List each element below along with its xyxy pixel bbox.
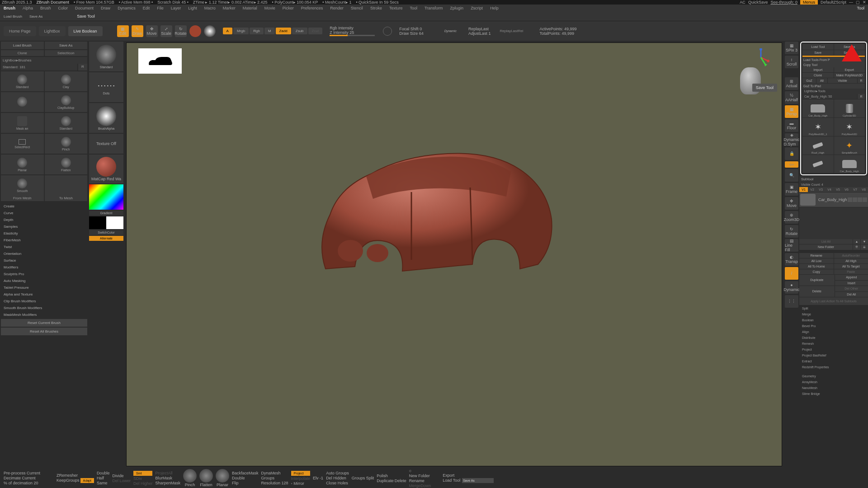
bw-swatches[interactable] — [89, 216, 123, 229]
subtool-paste[interactable]: Paste — [834, 269, 868, 274]
top-icon[interactable]: ⇈ — [853, 244, 860, 250]
dynamesh-button[interactable]: DynaMesh — [261, 471, 288, 475]
menu-macro[interactable]: Macro — [201, 6, 219, 10]
maximize-icon[interactable]: ▢ — [856, 0, 860, 5]
tab-liveboolean[interactable]: Live Boolean — [68, 26, 103, 36]
polish-button[interactable]: Polish — [377, 474, 406, 478]
brush-claybuildup[interactable]: ClayBuildup — [45, 92, 88, 112]
texture-off[interactable]: Texture Off — [89, 134, 123, 154]
brush-planar[interactable]: Planar — [1, 155, 44, 174]
li-tablet[interactable]: Tablet Pressure — [1, 284, 87, 291]
focal-shift-label[interactable]: Focal Shift 0 — [399, 27, 424, 31]
geom-arraymesh[interactable]: ArrayMesh — [799, 379, 868, 385]
decimation-pct[interactable]: % of decimation 20 — [4, 481, 40, 485]
flatten-brush-icon[interactable] — [199, 469, 213, 483]
tool-7[interactable] — [802, 155, 834, 173]
move-tool[interactable]: ✥Move — [785, 197, 798, 210]
brush-pinch[interactable]: Pinch — [45, 134, 88, 154]
solo-button[interactable]: ⋮⋮ — [785, 295, 798, 308]
li-elasticity[interactable]: Elasticity — [1, 230, 87, 237]
qxz-button[interactable]: Qxz — [785, 161, 798, 168]
viewport[interactable]: Save Tool — [126, 42, 782, 466]
menu-render[interactable]: Render — [326, 6, 347, 10]
project-button[interactable]: Project — [291, 471, 311, 476]
copy-tool-button[interactable]: Copy Tool — [802, 62, 865, 67]
export-button[interactable]: Export — [834, 67, 865, 72]
actual-button[interactable]: ⊞Actual — [785, 77, 798, 90]
op-remesh[interactable]: Remesh — [799, 341, 868, 347]
li-smoothbrush[interactable]: Smooth Brush Modifiers — [1, 305, 87, 311]
floor-button[interactable]: ▬Floor — [785, 119, 798, 132]
rotate-button[interactable]: ↻Rotate — [175, 25, 187, 37]
li-maskmesh[interactable]: MaskMesh Modifiers — [1, 311, 87, 318]
op-split[interactable]: Split — [799, 305, 868, 311]
li-alphatex[interactable]: Alpha and Texture — [1, 291, 87, 298]
to-mesh-button[interactable]: To Mesh — [45, 195, 88, 201]
intensity-slider[interactable] — [330, 35, 375, 36]
bb-newfolder[interactable]: New Folder — [409, 474, 431, 478]
dellower-button[interactable]: Del Lower — [112, 479, 131, 483]
transp-button[interactable]: ◐Transp — [785, 253, 798, 266]
op-basrelief[interactable]: Project BasRelief — [799, 352, 868, 358]
op-merge[interactable]: Merge — [799, 311, 868, 317]
li-orientation[interactable]: Orientation — [1, 250, 87, 257]
li-automask[interactable]: Auto Masking — [1, 277, 87, 284]
interpolate-button[interactable]: Interpolate — [291, 476, 311, 481]
draw-button[interactable]: ✎Draw — [132, 25, 143, 37]
brush-selectrect[interactable]: SelectRect — [1, 134, 44, 154]
draw-size-label[interactable]: Draw Size 64 — [399, 31, 424, 36]
all-target-button[interactable]: All To Target — [834, 264, 868, 269]
zoom-button[interactable]: 🔍 — [785, 169, 798, 182]
vtab-7[interactable]: V7 — [851, 187, 859, 192]
subtool-header[interactable]: Subtool — [799, 176, 868, 182]
tool-cylinder[interactable]: Cylinder3D — [834, 99, 865, 117]
resolution-slider[interactable]: Resolution 128 — [261, 481, 288, 485]
planar-brush-icon[interactable] — [216, 469, 229, 483]
menu-alpha[interactable]: Alpha — [19, 6, 37, 10]
duplicate-button[interactable]: Duplicate — [799, 275, 835, 286]
menu-file[interactable]: File — [153, 6, 167, 10]
zoom3d-button[interactable]: ⊕Zoom3D — [785, 211, 798, 224]
keepgroups-button[interactable]: KeepGroups — [57, 478, 80, 483]
all-high-button[interactable]: All High — [834, 258, 868, 263]
li-modifiers[interactable]: Modifiers — [1, 264, 87, 271]
menu-document[interactable]: Document — [71, 6, 97, 10]
menu-dynamics[interactable]: Dynamics — [114, 6, 139, 10]
menus-button[interactable]: Menus — [800, 0, 818, 5]
load-tool-button[interactable]: Load Tool — [802, 44, 834, 50]
save-as-top[interactable]: Save As — [26, 14, 46, 19]
brush-mode-button[interactable]: / — [785, 267, 798, 280]
op-redshift[interactable]: Redshift Properties — [799, 364, 868, 370]
subtool-list-empty[interactable] — [799, 207, 868, 239]
same-button[interactable]: Same — [97, 481, 110, 485]
op-extract[interactable]: Extract — [799, 358, 868, 364]
menu-picker[interactable]: Picker — [279, 6, 297, 10]
goz-visible[interactable]: Visible — [828, 78, 857, 83]
replay-rel[interactable]: ReplayLastRel — [500, 29, 523, 33]
bb-delete[interactable]: Delete — [395, 479, 406, 483]
gradient-swatch[interactable] — [204, 25, 216, 37]
del-other-button[interactable]: Del Other — [835, 286, 868, 291]
r-button[interactable]: R — [78, 64, 87, 70]
tool-polymesh[interactable]: ✶PolyMesh3D — [834, 118, 865, 136]
menu-material[interactable]: Material — [239, 6, 261, 10]
adjust-last[interactable]: AdjustLast 1 — [468, 31, 491, 36]
li-clipbrush[interactable]: Clip Brush Modifiers — [1, 298, 87, 305]
bottom-icon[interactable]: ⇊ — [861, 244, 868, 250]
geom-geometry[interactable]: Geometry — [799, 373, 868, 379]
current-material[interactable]: MatCap Red Wa — [89, 155, 123, 183]
geom-slimebridge[interactable]: Slime Bridge — [799, 391, 868, 397]
vtab-3[interactable]: V3 — [816, 187, 825, 192]
down-icon[interactable]: ▼ — [861, 239, 868, 244]
lightbox-tools[interactable]: Lightbox▸Tools — [802, 89, 865, 94]
li-sculptris[interactable]: Sculptris Pro — [1, 271, 87, 277]
import-button[interactable]: Import — [802, 67, 834, 72]
tool-carbody2[interactable]: Car_Body_High — [834, 155, 865, 173]
reset-current-brush[interactable]: Reset Current Brush — [1, 319, 87, 327]
load-brush-button[interactable]: Load Brush — [1, 42, 44, 49]
blurmask-button[interactable]: BlurMask — [155, 476, 180, 480]
half-button[interactable]: Half — [97, 476, 110, 480]
scroll-button[interactable]: ↕Scroll — [785, 56, 798, 68]
projectall-button[interactable]: ProjectAll — [155, 471, 180, 475]
mode-mrgb[interactable]: Mrgb — [233, 28, 249, 34]
